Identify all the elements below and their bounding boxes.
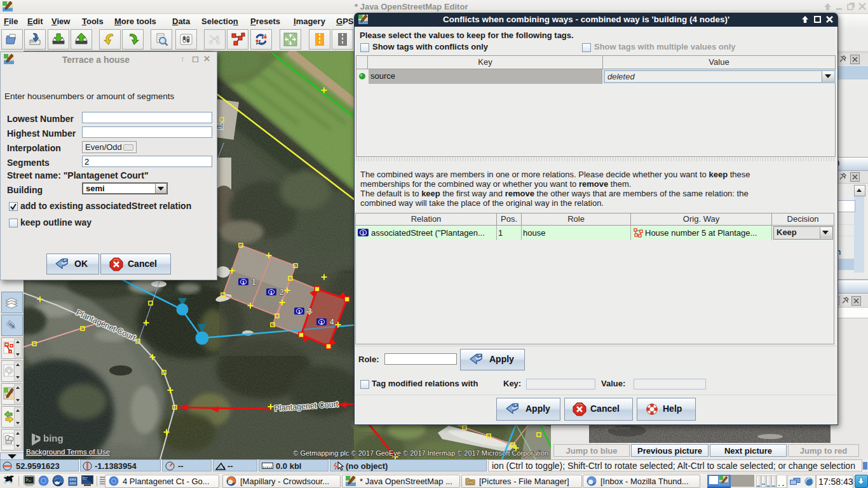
svg-text:△ Mapillary: △ Mapillary <box>604 425 630 431</box>
svg-text:bing: bing <box>43 433 64 444</box>
svg-text:Background Terms of Use: Background Terms of Use <box>26 448 110 456</box>
svg-text:1: 1 <box>320 320 323 325</box>
svg-text:1: 1 <box>298 309 301 315</box>
svg-text:1: 1 <box>270 290 273 295</box>
svg-text:1: 1 <box>252 278 256 287</box>
svg-text:1: 1 <box>242 280 245 285</box>
svg-text:1: 1 <box>362 230 365 236</box>
svg-text:2: 2 <box>280 288 284 297</box>
svg-text:3: 3 <box>308 307 312 316</box>
svg-text:© Getmapping plc © 2017 GeoEye: © Getmapping plc © 2017 GeoEye © 2017 In… <box>293 449 548 457</box>
svg-text:4: 4 <box>330 318 334 327</box>
svg-text:el: el <box>217 122 223 131</box>
